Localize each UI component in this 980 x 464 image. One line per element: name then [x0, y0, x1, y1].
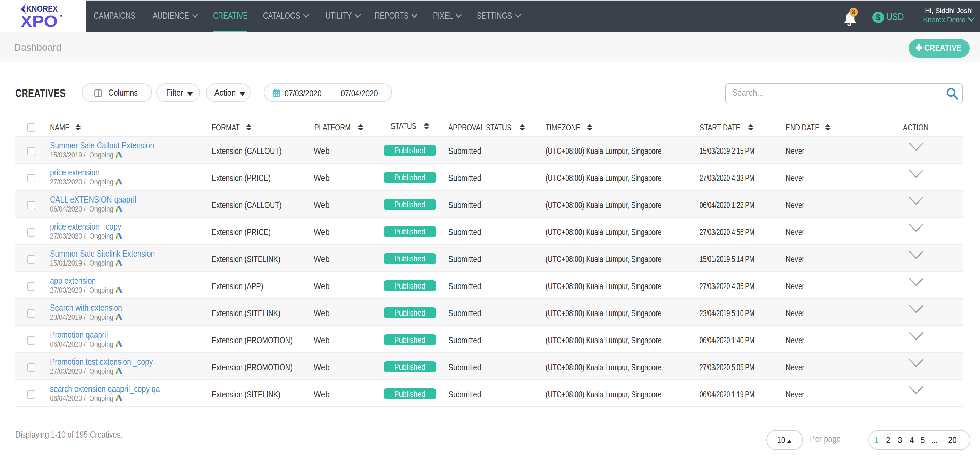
svg-text:TM: TM: [58, 14, 62, 18]
svg-text:XPO: XPO: [21, 12, 57, 30]
